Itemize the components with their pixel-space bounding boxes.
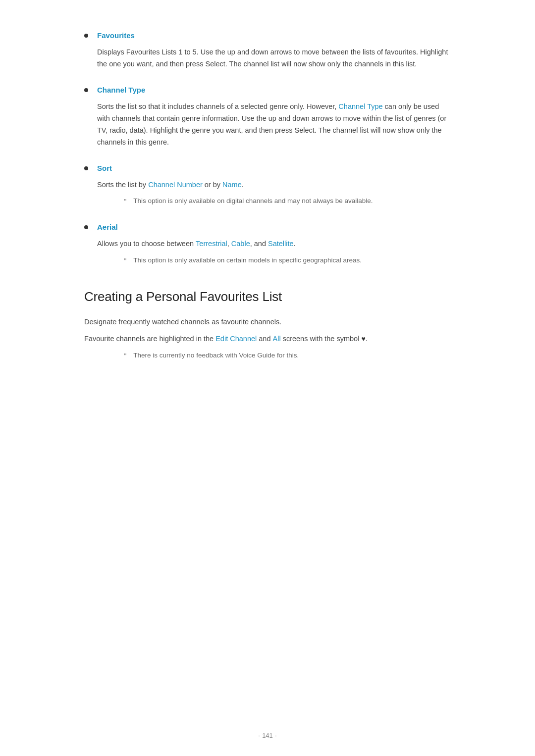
bullet-description-sort: Sorts the list by Channel Number or by N…	[97, 179, 451, 191]
note-sort: " This option is only available on digit…	[124, 196, 451, 207]
note-quote-icon: "	[124, 196, 126, 207]
cable-link[interactable]: Cable	[231, 240, 250, 248]
bullet-item-sort: Sort	[84, 162, 451, 174]
satellite-link[interactable]: Satellite	[268, 240, 294, 248]
bullet-section-favourites: Favourites Displays Favourites Lists 1 t…	[84, 30, 451, 70]
section-intro2: Favourite channels are highlighted in th…	[84, 333, 451, 345]
page-footer: - 141 -	[0, 731, 535, 741]
bullet-dot	[84, 34, 88, 38]
section-title: Creating a Personal Favourites List	[84, 287, 451, 307]
favourites-section: Creating a Personal Favourites List Desi…	[84, 287, 451, 361]
bullet-title-favourites: Favourites	[97, 30, 135, 42]
bullet-dot	[84, 225, 88, 229]
note-aerial-text: This option is only available on certain…	[133, 255, 362, 266]
bullet-section-sort: Sort Sorts the list by Channel Number or…	[84, 162, 451, 208]
edit-channel-link[interactable]: Edit Channel	[215, 335, 257, 343]
note-aerial: " This option is only available on certa…	[124, 255, 451, 267]
note-quote-icon: "	[124, 350, 126, 362]
bullet-description-channel-type: Sorts the list so that it includes chann…	[97, 101, 451, 149]
bullet-item-channel-type: Channel Type	[84, 84, 451, 96]
note-favourites-text: There is currently no feedback with Voic…	[133, 350, 299, 361]
heart-symbol: ♥	[361, 335, 365, 343]
all-link[interactable]: All	[272, 335, 280, 343]
bullet-title-sort: Sort	[97, 162, 112, 174]
bullet-dot	[84, 88, 88, 92]
note-favourites-section: " There is currently no feedback with Vo…	[124, 350, 451, 362]
bullet-description-aerial: Allows you to choose between Terrestrial…	[97, 238, 451, 250]
bullet-dot	[84, 166, 88, 170]
bullet-title-aerial: Aerial	[97, 221, 118, 233]
name-link[interactable]: Name	[222, 181, 242, 189]
channel-type-link[interactable]: Channel Type	[338, 102, 382, 110]
bullet-item-favourites: Favourites	[84, 30, 451, 42]
page-number: - 141 -	[258, 732, 277, 739]
note-quote-icon: "	[124, 255, 126, 267]
bullet-description-favourites: Displays Favourites Lists 1 to 5. Use th…	[97, 47, 451, 70]
bullet-section-aerial: Aerial Allows you to choose between Terr…	[84, 221, 451, 267]
page-container: Favourites Displays Favourites Lists 1 t…	[45, 0, 490, 406]
terrestrial-link[interactable]: Terrestrial	[196, 240, 227, 248]
bullet-section-channel-type: Channel Type Sorts the list so that it i…	[84, 84, 451, 149]
channel-number-link[interactable]: Channel Number	[148, 181, 203, 189]
bullet-item-aerial: Aerial	[84, 221, 451, 233]
bullet-title-channel-type: Channel Type	[97, 84, 145, 96]
section-intro1: Designate frequently watched channels as…	[84, 316, 451, 328]
note-sort-text: This option is only available on digital…	[133, 196, 373, 206]
